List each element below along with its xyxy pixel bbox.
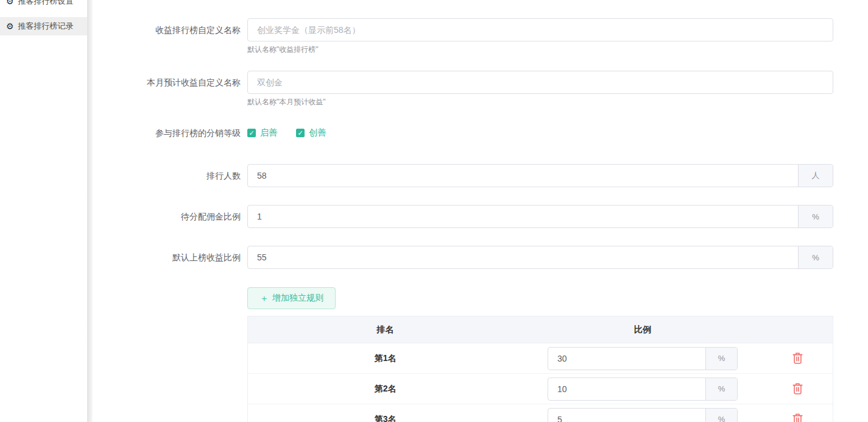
rules-table-row: 排名 比例 第1名 % (93, 316, 868, 422)
checkbox-level-chuangshan[interactable]: ✓ 创善 (296, 127, 326, 138)
sidebar-item-label: 推客排行榜记录 (18, 21, 74, 32)
checkbox-checked-icon: ✓ (296, 129, 305, 137)
gear-icon: ⚙ (6, 22, 14, 30)
percent-suffix: % (705, 378, 737, 400)
rank2-ratio-input[interactable] (548, 378, 705, 400)
field-rank-count: 排行人数 人 (93, 164, 868, 187)
rules-table-header: 排名 比例 (248, 316, 833, 343)
percent-suffix: % (798, 206, 833, 227)
field-label: 待分配佣金比例 (93, 205, 241, 228)
rank-count-input[interactable] (248, 165, 798, 187)
checkbox-level-qishan[interactable]: ✓ 启善 (247, 127, 277, 138)
sidebar-item-ranking-records[interactable]: ⚙ 推客排行榜记录 (0, 17, 87, 35)
main-form: 收益排行榜自定义名称 默认名称"收益排行榜" 本月预计收益自定义名称 默认名称"… (93, 0, 868, 422)
checkbox-checked-icon: ✓ (247, 129, 256, 137)
field-month-profit-name: 本月预计收益自定义名称 默认名称"本月预计收益" (93, 71, 868, 106)
rank-name-input[interactable] (248, 19, 833, 41)
checkbox-label: 创善 (309, 127, 326, 138)
add-rule-row: ＋ 增加独立规则 (93, 287, 868, 309)
delete-rank1-button[interactable] (790, 350, 805, 367)
percent-suffix: % (705, 409, 737, 422)
field-label: 收益排行榜自定义名称 (93, 18, 241, 41)
percent-suffix: % (798, 246, 833, 268)
field-label: 参与排行榜的分销等级 (93, 127, 241, 139)
rank3-ratio-input[interactable] (548, 409, 705, 422)
sidebar-item-label: 推客排行榜设置 (18, 0, 74, 7)
field-label: 默认上榜收益比例 (93, 246, 241, 269)
sidebar-divider (87, 0, 93, 422)
page: ⚙ 推客排行榜设置 ⚙ 推客排行榜记录 收益排行榜自定义名称 默认名称"收益排行… (0, 0, 868, 422)
header-rank: 排名 (248, 324, 523, 335)
plus-icon: ＋ (259, 293, 269, 304)
rules-table: 排名 比例 第1名 % (247, 316, 833, 422)
percent-suffix: % (705, 348, 737, 370)
field-rank-name: 收益排行榜自定义名称 默认名称"收益排行榜" (93, 18, 868, 54)
rank-name-helper: 默认名称"收益排行榜" (247, 45, 833, 54)
table-row-rank1: 第1名 % (248, 343, 833, 374)
header-ratio: 比例 (523, 324, 763, 335)
field-distribution-levels: 参与排行榜的分销等级 ✓ 启善 ✓ 创善 (93, 127, 868, 139)
rank-label: 第1名 (248, 353, 523, 364)
trash-icon (792, 413, 803, 422)
delete-rank3-button[interactable] (790, 411, 805, 422)
trash-icon (792, 352, 803, 364)
month-profit-name-helper: 默认名称"本月预计收益" (247, 98, 833, 106)
field-label: 本月预计收益自定义名称 (93, 71, 241, 94)
field-label: 排行人数 (93, 164, 241, 187)
table-row-rank2: 第2名 % (248, 374, 833, 404)
default-listed-ratio-input[interactable] (248, 246, 798, 268)
gear-icon: ⚙ (6, 0, 14, 5)
rank-label: 第3名 (248, 414, 523, 422)
trash-icon (792, 383, 803, 395)
month-profit-name-input[interactable] (248, 71, 833, 93)
add-rule-button[interactable]: ＋ 增加独立规则 (247, 287, 336, 309)
rank-label: 第2名 (248, 384, 523, 395)
rank1-ratio-input[interactable] (548, 348, 705, 370)
table-row-rank3: 第3名 % (248, 404, 833, 422)
field-pending-commission-ratio: 待分配佣金比例 % (93, 205, 868, 228)
checkbox-label: 启善 (260, 127, 277, 138)
pending-commission-ratio-input[interactable] (248, 206, 798, 227)
delete-rank2-button[interactable] (790, 381, 805, 397)
field-default-listed-ratio: 默认上榜收益比例 % (93, 246, 868, 269)
sidebar: ⚙ 推客排行榜设置 ⚙ 推客排行榜记录 (0, 0, 87, 422)
unit-suffix: 人 (798, 165, 833, 187)
add-rule-button-label: 增加独立规则 (272, 293, 323, 304)
sidebar-item-ranking-settings[interactable]: ⚙ 推客排行榜设置 (0, 0, 87, 10)
